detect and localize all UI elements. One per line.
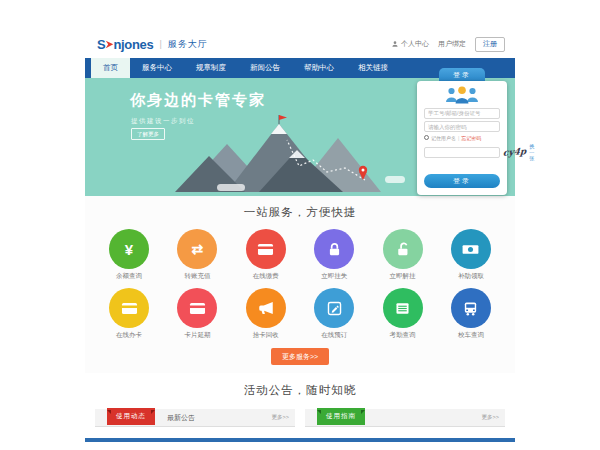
card-icon bbox=[177, 288, 217, 328]
screenshot-canvas: S njones | 服务大厅 个人中心 用户绑定 注册 bbox=[0, 0, 600, 450]
service-item-7[interactable]: 卡片延期 bbox=[166, 288, 228, 340]
hero-cta-button[interactable]: 了解更多 bbox=[131, 128, 165, 140]
right-panel: 使用指南 更多>> bbox=[305, 409, 505, 427]
user-icon bbox=[391, 40, 399, 49]
more-services-button[interactable]: 更多服务>> bbox=[271, 348, 329, 365]
nav-item-5[interactable]: 相关链接 bbox=[346, 58, 400, 78]
card-icon bbox=[246, 229, 286, 269]
megaphone-icon bbox=[246, 288, 286, 328]
service-item-1[interactable]: ⇄转账充值 bbox=[166, 229, 228, 281]
logo[interactable]: S njones | 服务大厅 bbox=[97, 37, 208, 52]
service-label: 在线办卡 bbox=[116, 331, 142, 340]
service-item-11[interactable]: 校车查询 bbox=[440, 288, 502, 340]
service-item-4[interactable]: 立即解挂 bbox=[372, 229, 434, 281]
login-form: 记住用户名 | 忘记密码 cy4p 换一张 登录 bbox=[417, 81, 507, 195]
service-label: 余额查询 bbox=[116, 272, 142, 281]
logo-text-suffix: njones bbox=[113, 37, 153, 52]
top-links: 个人中心 用户绑定 注册 bbox=[391, 37, 505, 52]
service-label: 卡片延期 bbox=[184, 331, 210, 340]
nav-item-1[interactable]: 服务中心 bbox=[130, 58, 184, 78]
right-ribbon[interactable]: 使用指南 bbox=[317, 408, 365, 425]
cloud-shape bbox=[385, 176, 405, 183]
service-label: 补助领取 bbox=[458, 272, 484, 281]
remember-row: 记住用户名 | 忘记密码 bbox=[424, 135, 500, 141]
list-icon bbox=[383, 288, 423, 328]
service-label: 立即挂失 bbox=[321, 272, 347, 281]
remember-checkbox[interactable] bbox=[424, 135, 429, 140]
service-label: 校车查询 bbox=[458, 331, 484, 340]
service-item-9[interactable]: 在线预订 bbox=[303, 288, 365, 340]
services-section: 一站服务，方便快捷 ¥余额查询⇄转账充值在线缴费立即挂失立即解挂补助领取在线办卡… bbox=[85, 196, 515, 373]
service-item-6[interactable]: 在线办卡 bbox=[98, 288, 160, 340]
lock-icon bbox=[314, 229, 354, 269]
captcha-row: cy4p 换一张 bbox=[424, 143, 500, 161]
nav-item-4[interactable]: 帮助中心 bbox=[292, 58, 346, 78]
site-name: 服务大厅 bbox=[168, 38, 208, 51]
left-more-link[interactable]: 更多>> bbox=[272, 414, 289, 421]
unlock-icon bbox=[383, 229, 423, 269]
service-item-0[interactable]: ¥余额查询 bbox=[98, 229, 160, 281]
logo-divider: | bbox=[159, 39, 161, 49]
footer-strip bbox=[85, 438, 515, 442]
bus-icon bbox=[451, 288, 491, 328]
service-label: 考勤查询 bbox=[390, 331, 416, 340]
edit-icon bbox=[314, 288, 354, 328]
service-item-5[interactable]: 补助领取 bbox=[440, 229, 502, 281]
captcha-image[interactable]: cy4p bbox=[503, 146, 527, 158]
hero-title: 你身边的卡管专家 bbox=[130, 91, 266, 110]
divider: | bbox=[458, 135, 459, 141]
mountains-illustration bbox=[175, 112, 395, 196]
service-item-2[interactable]: 在线缴费 bbox=[235, 229, 297, 281]
password-input[interactable] bbox=[424, 121, 500, 132]
services-title: 一站服务，方便快捷 bbox=[85, 205, 515, 220]
right-more-link[interactable]: 更多>> bbox=[482, 414, 499, 421]
latest-announcements-tab[interactable]: 最新公告 bbox=[167, 413, 195, 423]
captcha-input[interactable] bbox=[424, 147, 500, 158]
personal-center-label: 个人中心 bbox=[401, 39, 429, 49]
left-panel-bar: 使用动态 最新公告 更多>> bbox=[95, 409, 295, 427]
transfer-icon: ⇄ bbox=[177, 229, 217, 269]
top-bar: S njones | 服务大厅 个人中心 用户绑定 注册 bbox=[85, 30, 515, 58]
card-icon bbox=[109, 288, 149, 328]
announcements-title: 活动公告，随时知晓 bbox=[85, 383, 515, 398]
service-item-3[interactable]: 立即挂失 bbox=[303, 229, 365, 281]
announcements-section: 活动公告，随时知晓 使用动态 最新公告 更多>> 使用指南 更多>> bbox=[85, 373, 515, 442]
account-input[interactable] bbox=[424, 108, 500, 119]
service-label: 在线预订 bbox=[321, 331, 347, 340]
services-grid: ¥余额查询⇄转账充值在线缴费立即挂失立即解挂补助领取在线办卡卡片延期拾卡回收在线… bbox=[85, 229, 515, 347]
flag-icon bbox=[279, 115, 287, 120]
service-label: 拾卡回收 bbox=[253, 331, 279, 340]
cloud-shape bbox=[217, 184, 245, 191]
service-label: 在线缴费 bbox=[253, 272, 279, 281]
remember-label: 记住用户名 bbox=[431, 135, 456, 141]
yen-icon: ¥ bbox=[109, 229, 149, 269]
service-label: 立即解挂 bbox=[390, 272, 416, 281]
change-captcha-link[interactable]: 换一张 bbox=[529, 143, 534, 161]
user-binding-link[interactable]: 用户绑定 bbox=[438, 39, 466, 49]
user-binding-label: 用户绑定 bbox=[438, 39, 466, 49]
right-panel-bar: 使用指南 更多>> bbox=[305, 409, 505, 427]
login-panel: 登录 记住用户名 | 忘记密码 bbox=[417, 68, 507, 195]
left-panel: 使用动态 最新公告 更多>> bbox=[95, 409, 295, 427]
forgot-password-link[interactable]: 忘记密码 bbox=[461, 135, 481, 141]
announcement-panels: 使用动态 最新公告 更多>> 使用指南 更多>> bbox=[85, 409, 515, 427]
nav-item-2[interactable]: 规章制度 bbox=[184, 58, 238, 78]
personal-center-link[interactable]: 个人中心 bbox=[391, 39, 429, 49]
service-item-10[interactable]: 考勤查询 bbox=[372, 288, 434, 340]
banknote-icon bbox=[451, 229, 491, 269]
nav-item-0[interactable]: 首页 bbox=[91, 58, 130, 78]
login-submit-button[interactable]: 登录 bbox=[424, 174, 500, 188]
users-group-icon bbox=[424, 85, 500, 105]
login-tab[interactable]: 登录 bbox=[439, 68, 485, 81]
logo-text-prefix: S bbox=[97, 37, 105, 52]
service-label: 转账充值 bbox=[184, 272, 210, 281]
hero-subtitle: 提供建设一步到位 bbox=[131, 117, 195, 126]
service-item-8[interactable]: 拾卡回收 bbox=[235, 288, 297, 340]
portal-page: S njones | 服务大厅 个人中心 用户绑定 注册 bbox=[85, 30, 515, 418]
nav-item-3[interactable]: 新闻公告 bbox=[238, 58, 292, 78]
register-button[interactable]: 注册 bbox=[475, 37, 505, 52]
left-ribbon[interactable]: 使用动态 bbox=[107, 408, 155, 425]
